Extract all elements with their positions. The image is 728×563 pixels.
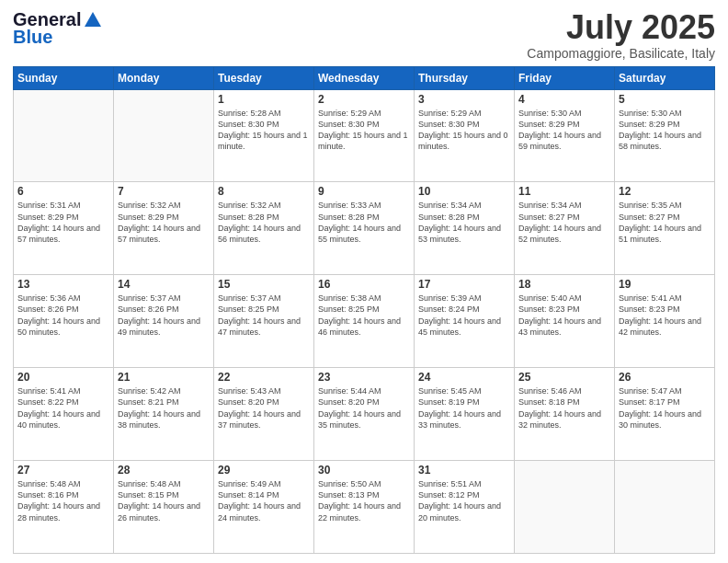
day-number: 9 (318, 185, 410, 198)
day-info: Sunrise: 5:29 AM Sunset: 8:30 PM Dayligh… (318, 108, 410, 153)
day-info: Sunrise: 5:42 AM Sunset: 8:21 PM Dayligh… (118, 385, 210, 431)
day-info: Sunrise: 5:32 AM Sunset: 8:29 PM Dayligh… (118, 200, 210, 245)
day-info: Sunrise: 5:29 AM Sunset: 8:30 PM Dayligh… (418, 108, 510, 153)
day-number: 19 (619, 278, 711, 291)
day-info: Sunrise: 5:35 AM Sunset: 8:27 PM Dayligh… (619, 200, 711, 245)
day-info: Sunrise: 5:44 AM Sunset: 8:20 PM Dayligh… (318, 385, 410, 431)
day-info: Sunrise: 5:37 AM Sunset: 8:25 PM Dayligh… (218, 293, 310, 338)
header-thursday: Thursday (415, 66, 515, 89)
table-row: 5Sunrise: 5:30 AM Sunset: 8:29 PM Daylig… (615, 89, 715, 182)
header-tuesday: Tuesday (214, 66, 314, 89)
day-number: 1 (218, 93, 310, 106)
day-number: 31 (418, 464, 510, 477)
day-number: 12 (619, 185, 711, 198)
table-row (14, 89, 114, 182)
logo-blue: Blue (13, 27, 52, 48)
day-number: 7 (118, 185, 210, 198)
day-info: Sunrise: 5:46 AM Sunset: 8:18 PM Dayligh… (518, 385, 610, 431)
day-info: Sunrise: 5:30 AM Sunset: 8:29 PM Dayligh… (619, 108, 711, 153)
table-row: 10Sunrise: 5:34 AM Sunset: 8:28 PM Dayli… (415, 182, 515, 275)
day-info: Sunrise: 5:38 AM Sunset: 8:25 PM Dayligh… (318, 293, 410, 338)
calendar-week-row: 20Sunrise: 5:41 AM Sunset: 8:22 PM Dayli… (14, 368, 715, 461)
day-info: Sunrise: 5:43 AM Sunset: 8:20 PM Dayligh… (218, 385, 310, 431)
calendar-week-row: 1Sunrise: 5:28 AM Sunset: 8:30 PM Daylig… (14, 89, 715, 182)
day-number: 8 (218, 185, 310, 198)
table-row: 4Sunrise: 5:30 AM Sunset: 8:29 PM Daylig… (515, 89, 615, 182)
day-number: 10 (418, 185, 510, 198)
table-row: 31Sunrise: 5:51 AM Sunset: 8:12 PM Dayli… (415, 461, 515, 554)
header: General Blue July 2025 Campomaggiore, Ba… (13, 9, 715, 61)
day-number: 20 (17, 371, 109, 384)
day-info: Sunrise: 5:31 AM Sunset: 8:29 PM Dayligh… (17, 200, 109, 245)
day-info: Sunrise: 5:48 AM Sunset: 8:16 PM Dayligh… (17, 478, 109, 523)
day-number: 11 (518, 185, 610, 198)
calendar-week-row: 6Sunrise: 5:31 AM Sunset: 8:29 PM Daylig… (14, 182, 715, 275)
table-row: 12Sunrise: 5:35 AM Sunset: 8:27 PM Dayli… (615, 182, 715, 275)
table-row: 21Sunrise: 5:42 AM Sunset: 8:21 PM Dayli… (114, 368, 214, 461)
day-info: Sunrise: 5:28 AM Sunset: 8:30 PM Dayligh… (218, 108, 310, 153)
day-number: 23 (318, 371, 410, 384)
day-number: 26 (619, 371, 711, 384)
table-row: 8Sunrise: 5:32 AM Sunset: 8:28 PM Daylig… (214, 182, 314, 275)
day-info: Sunrise: 5:41 AM Sunset: 8:23 PM Dayligh… (619, 293, 711, 338)
day-info: Sunrise: 5:50 AM Sunset: 8:13 PM Dayligh… (318, 478, 410, 523)
table-row: 19Sunrise: 5:41 AM Sunset: 8:23 PM Dayli… (615, 275, 715, 368)
table-row: 13Sunrise: 5:36 AM Sunset: 8:26 PM Dayli… (14, 275, 114, 368)
svg-marker-0 (85, 12, 101, 27)
day-info: Sunrise: 5:36 AM Sunset: 8:26 PM Dayligh… (17, 293, 109, 338)
day-number: 2 (318, 93, 410, 106)
calendar-body: 1Sunrise: 5:28 AM Sunset: 8:30 PM Daylig… (14, 89, 715, 553)
table-row: 7Sunrise: 5:32 AM Sunset: 8:29 PM Daylig… (114, 182, 214, 275)
header-monday: Monday (114, 66, 214, 89)
table-row: 24Sunrise: 5:45 AM Sunset: 8:19 PM Dayli… (415, 368, 515, 461)
table-row: 25Sunrise: 5:46 AM Sunset: 8:18 PM Dayli… (515, 368, 615, 461)
day-info: Sunrise: 5:33 AM Sunset: 8:28 PM Dayligh… (318, 200, 410, 245)
table-row: 9Sunrise: 5:33 AM Sunset: 8:28 PM Daylig… (314, 182, 415, 275)
calendar-week-row: 27Sunrise: 5:48 AM Sunset: 8:16 PM Dayli… (14, 461, 715, 554)
header-wednesday: Wednesday (314, 66, 415, 89)
day-number: 25 (518, 371, 610, 384)
day-number: 5 (619, 93, 711, 106)
table-row: 15Sunrise: 5:37 AM Sunset: 8:25 PM Dayli… (214, 275, 314, 368)
day-info: Sunrise: 5:32 AM Sunset: 8:28 PM Dayligh… (218, 200, 310, 245)
day-number: 17 (418, 278, 510, 291)
table-row: 20Sunrise: 5:41 AM Sunset: 8:22 PM Dayli… (14, 368, 114, 461)
table-row: 18Sunrise: 5:40 AM Sunset: 8:23 PM Dayli… (515, 275, 615, 368)
calendar-table: Sunday Monday Tuesday Wednesday Thursday… (13, 66, 715, 554)
day-number: 3 (418, 93, 510, 106)
table-row: 14Sunrise: 5:37 AM Sunset: 8:26 PM Dayli… (114, 275, 214, 368)
day-number: 21 (118, 371, 210, 384)
table-row: 23Sunrise: 5:44 AM Sunset: 8:20 PM Dayli… (314, 368, 415, 461)
header-friday: Friday (515, 66, 615, 89)
day-info: Sunrise: 5:45 AM Sunset: 8:19 PM Dayligh… (418, 385, 510, 431)
day-number: 29 (218, 464, 310, 477)
day-info: Sunrise: 5:37 AM Sunset: 8:26 PM Dayligh… (118, 293, 210, 338)
table-row: 3Sunrise: 5:29 AM Sunset: 8:30 PM Daylig… (415, 89, 515, 182)
logo-icon (83, 10, 103, 30)
table-row: 1Sunrise: 5:28 AM Sunset: 8:30 PM Daylig… (214, 89, 314, 182)
calendar-title: July 2025 (527, 9, 715, 46)
day-info: Sunrise: 5:51 AM Sunset: 8:12 PM Dayligh… (418, 478, 510, 523)
logo: General Blue (13, 9, 103, 48)
day-number: 24 (418, 371, 510, 384)
table-row (615, 461, 715, 554)
day-number: 18 (518, 278, 610, 291)
table-row: 11Sunrise: 5:34 AM Sunset: 8:27 PM Dayli… (515, 182, 615, 275)
title-block: July 2025 Campomaggiore, Basilicate, Ita… (527, 9, 715, 61)
day-number: 4 (518, 93, 610, 106)
day-number: 15 (218, 278, 310, 291)
day-number: 30 (318, 464, 410, 477)
day-info: Sunrise: 5:49 AM Sunset: 8:14 PM Dayligh… (218, 478, 310, 523)
weekday-header-row: Sunday Monday Tuesday Wednesday Thursday… (14, 66, 715, 89)
day-info: Sunrise: 5:48 AM Sunset: 8:15 PM Dayligh… (118, 478, 210, 523)
header-saturday: Saturday (615, 66, 715, 89)
day-info: Sunrise: 5:41 AM Sunset: 8:22 PM Dayligh… (17, 385, 109, 431)
day-info: Sunrise: 5:34 AM Sunset: 8:27 PM Dayligh… (518, 200, 610, 245)
day-number: 14 (118, 278, 210, 291)
table-row: 28Sunrise: 5:48 AM Sunset: 8:15 PM Dayli… (114, 461, 214, 554)
table-row: 2Sunrise: 5:29 AM Sunset: 8:30 PM Daylig… (314, 89, 415, 182)
day-info: Sunrise: 5:40 AM Sunset: 8:23 PM Dayligh… (518, 293, 610, 338)
calendar-location: Campomaggiore, Basilicate, Italy (527, 46, 715, 61)
day-info: Sunrise: 5:47 AM Sunset: 8:17 PM Dayligh… (619, 385, 711, 431)
table-row: 22Sunrise: 5:43 AM Sunset: 8:20 PM Dayli… (214, 368, 314, 461)
